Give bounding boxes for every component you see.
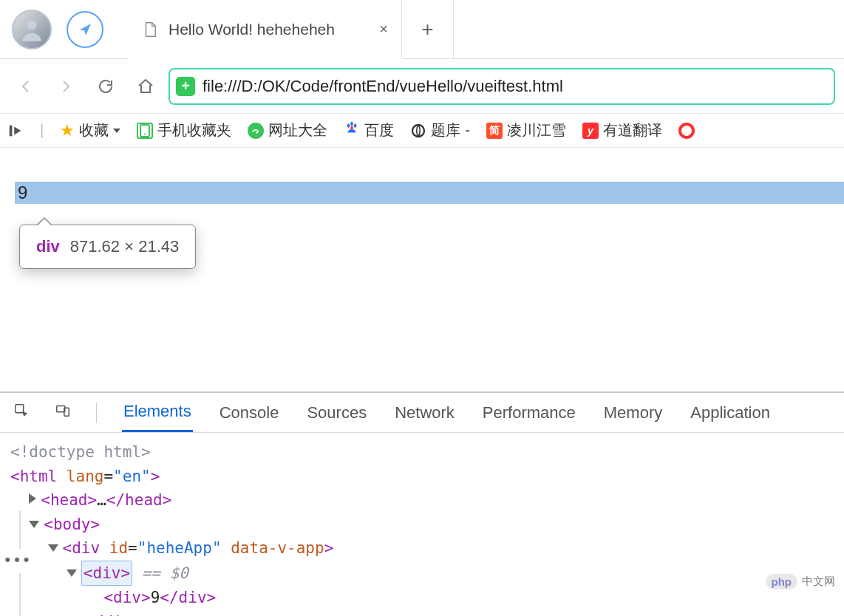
collapse-icon[interactable] [29,521,39,528]
tooltip-tag-name: div [36,237,60,256]
circle-icon [678,123,695,139]
jian-icon: 简 [486,123,503,139]
tab-memory[interactable]: Memory [602,394,664,431]
star-icon: ★ [60,121,75,140]
tiku-label: 题库 [431,120,460,140]
php-badge: php [766,574,798,589]
dom-doctype: <!doctype html> [10,440,834,465]
youdao-label: 有道翻译 [603,120,662,140]
inspect-element-button[interactable] [13,403,30,423]
inspected-element-highlight: 9 [15,182,844,204]
mobile-icon [137,123,153,139]
user-avatar[interactable] [12,10,52,49]
chevron-down-icon [113,129,120,133]
tab-title: Hello World! heheheheh [169,21,335,38]
watermark: php 中文网 [766,574,836,589]
new-tab-button[interactable]: + [402,0,454,59]
collapse-icon[interactable] [48,544,58,552]
bookmarks-bar: | ★ 收藏 手机收藏夹 网址大全 百度 题库 - 简 凌川江雪 y 有道翻译 [0,114,844,148]
tiku-button[interactable]: 题库 - [410,120,470,140]
file-icon [142,21,158,38]
highlighted-text: 9 [18,182,27,203]
lingchuan-label: 凌川江雪 [507,120,566,140]
avatar-slot [0,10,64,49]
reload-button[interactable] [89,69,123,103]
baidu-label: 百度 [364,120,394,140]
devtools-separator [96,403,97,423]
svg-point-5 [249,124,262,137]
home-nav-button[interactable] [64,11,106,48]
lingchuan-button[interactable]: 简 凌川江雪 [486,120,566,140]
favorites-label: 收藏 [79,120,109,140]
browser-tabbar: Hello World! heheheheh × + [0,0,844,59]
youdao-button[interactable]: y 有道翻译 [582,120,662,140]
tab-application[interactable]: Application [689,394,772,431]
home-button[interactable] [129,69,163,103]
svg-point-0 [27,20,37,30]
tiku-hyphen: - [465,122,470,139]
expand-icon[interactable] [29,493,36,504]
mobile-favorites-button[interactable]: 手机收藏夹 [137,120,231,140]
svg-point-6 [347,124,350,129]
tab-elements[interactable]: Elements [122,393,193,432]
tab-console[interactable]: Console [218,394,281,431]
tab-sources[interactable]: Sources [305,394,368,431]
watermark-text: 中文网 [802,575,835,589]
overflow-indicator[interactable]: ••• [0,549,35,573]
svg-rect-11 [57,405,65,411]
back-button[interactable] [9,69,43,103]
bookmarks-separator: | [40,122,44,139]
svg-point-4 [144,134,146,135]
overflow-bookmark[interactable] [678,123,695,139]
devtools-tabbar: Elements Console Sources Network Perform… [0,393,844,433]
nav-site-button[interactable]: 网址大全 [248,120,327,140]
compass-icon [67,11,103,48]
dom-div-selected[interactable]: <div> == $0 [10,561,834,586]
youdao-icon: y [582,123,599,139]
baidu-icon [344,120,360,140]
sidebar-toggle-icon [7,123,24,139]
mobile-favorites-label: 手机收藏夹 [157,120,231,140]
collapse-icon[interactable] [67,569,77,577]
bookmarks-toggle[interactable] [7,123,24,139]
url-toolbar: + file:///D:/OK/Code/frontEnd/vueHello/v… [0,59,844,114]
svg-rect-1 [10,125,13,136]
dom-div-app[interactable]: <div id="heheApp" data-v-app> [10,536,834,561]
device-toolbar-button[interactable] [55,403,71,423]
svg-point-8 [354,124,357,129]
svg-point-7 [350,122,353,126]
devtools-dom-tree[interactable]: <!doctype html> <html lang="en"> <head>…… [0,433,844,616]
nav-site-icon [248,123,264,139]
favorites-button[interactable]: ★ 收藏 [60,120,120,140]
page-viewport: 9 div 871.62 × 21.43 [0,148,844,391]
dom-html-open[interactable]: <html lang="en"> [10,465,834,489]
url-text: file:///D:/OK/Code/frontEnd/vueHello/vue… [203,77,563,96]
address-bar[interactable]: + file:///D:/OK/Code/frontEnd/vueHello/v… [169,68,835,105]
security-shield-icon: + [176,77,195,96]
element-dimensions-tooltip: div 871.62 × 21.43 [19,225,196,269]
tab-performance[interactable]: Performance [481,394,577,431]
dom-div-close[interactable]: </div> [10,610,834,616]
dom-body-open[interactable]: <body> [10,513,834,537]
sphere-icon [410,123,426,139]
dom-head[interactable]: <head>…</head> [10,488,834,513]
svg-marker-2 [14,126,21,134]
tooltip-dimensions: 871.62 × 21.43 [70,237,179,256]
dom-div-inner[interactable]: <div>9</div> [10,586,834,610]
browser-tab[interactable]: Hello World! heheheheh × [129,0,402,59]
baidu-button[interactable]: 百度 [344,120,394,140]
devtools-panel: Elements Console Sources Network Perform… [0,391,844,616]
forward-button[interactable] [49,69,83,103]
nav-site-label: 网址大全 [268,120,327,140]
tab-network[interactable]: Network [393,394,456,431]
close-tab-button[interactable]: × [379,21,388,38]
